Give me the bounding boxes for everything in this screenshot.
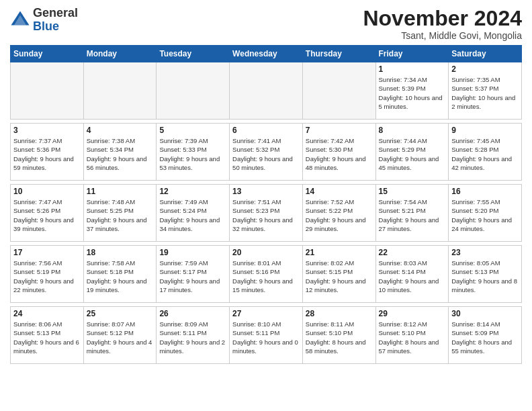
table-row: 24Sunrise: 8:06 AM Sunset: 5:13 PM Dayli… (11, 307, 84, 364)
table-row (83, 62, 157, 120)
logo-text: General Blue (33, 7, 78, 34)
table-row: 6Sunrise: 7:41 AM Sunset: 5:32 PM Daylig… (230, 124, 303, 181)
day-number: 7 (306, 126, 373, 135)
day-number: 21 (306, 248, 373, 257)
day-number: 29 (379, 309, 446, 318)
col-friday: Friday (375, 46, 449, 62)
table-row: 17Sunrise: 7:56 AM Sunset: 5:19 PM Dayli… (11, 246, 84, 303)
day-info: Sunrise: 7:41 AM Sunset: 5:32 PM Dayligh… (232, 136, 300, 172)
day-number: 18 (87, 248, 154, 257)
day-info: Sunrise: 7:47 AM Sunset: 5:26 PM Dayligh… (13, 197, 81, 233)
day-info: Sunrise: 8:07 AM Sunset: 5:12 PM Dayligh… (87, 320, 154, 355)
day-info: Sunrise: 8:10 AM Sunset: 5:11 PM Dayligh… (232, 320, 300, 355)
day-info: Sunrise: 7:49 AM Sunset: 5:24 PM Dayligh… (159, 197, 226, 233)
day-info: Sunrise: 8:06 AM Sunset: 5:13 PM Dayligh… (13, 320, 81, 355)
day-info: Sunrise: 7:51 AM Sunset: 5:23 PM Dayligh… (232, 197, 300, 233)
table-row (230, 62, 303, 120)
day-number: 14 (306, 187, 373, 196)
table-row: 1Sunrise: 7:34 AM Sunset: 5:39 PM Daylig… (375, 62, 449, 120)
table-row: 30Sunrise: 8:14 AM Sunset: 5:09 PM Dayli… (449, 307, 522, 364)
day-number: 3 (13, 126, 81, 135)
table-row: 7Sunrise: 7:42 AM Sunset: 5:30 PM Daylig… (302, 124, 375, 181)
day-number: 13 (232, 187, 300, 196)
day-number: 5 (159, 126, 226, 135)
day-number: 20 (232, 248, 300, 257)
day-info: Sunrise: 7:59 AM Sunset: 5:17 PM Dayligh… (159, 259, 226, 294)
day-number: 11 (87, 187, 154, 196)
col-monday: Monday (83, 46, 157, 62)
day-info: Sunrise: 7:45 AM Sunset: 5:28 PM Dayligh… (451, 136, 519, 172)
day-number: 4 (87, 126, 154, 135)
day-number: 28 (306, 309, 373, 318)
table-row: 23Sunrise: 8:05 AM Sunset: 5:13 PM Dayli… (449, 246, 522, 303)
calendar: Sunday Monday Tuesday Wednesday Thursday… (10, 45, 522, 364)
day-info: Sunrise: 7:35 AM Sunset: 5:37 PM Dayligh… (451, 75, 519, 111)
table-row: 16Sunrise: 7:55 AM Sunset: 5:20 PM Dayli… (449, 185, 522, 242)
day-info: Sunrise: 7:54 AM Sunset: 5:21 PM Dayligh… (379, 197, 446, 233)
col-tuesday: Tuesday (157, 46, 230, 62)
day-number: 17 (13, 248, 81, 257)
location: Tsant, Middle Govi, Mongolia (363, 30, 522, 41)
day-info: Sunrise: 8:01 AM Sunset: 5:16 PM Dayligh… (232, 259, 300, 294)
logo: General Blue (10, 7, 78, 34)
table-row: 26Sunrise: 8:09 AM Sunset: 5:11 PM Dayli… (157, 307, 230, 364)
title-area: November 2024 Tsant, Middle Govi, Mongol… (363, 7, 522, 41)
col-saturday: Saturday (449, 46, 522, 62)
day-info: Sunrise: 8:09 AM Sunset: 5:11 PM Dayligh… (159, 320, 226, 355)
day-info: Sunrise: 7:44 AM Sunset: 5:29 PM Dayligh… (379, 136, 446, 172)
calendar-header-row: Sunday Monday Tuesday Wednesday Thursday… (11, 46, 522, 62)
table-row: 13Sunrise: 7:51 AM Sunset: 5:23 PM Dayli… (230, 185, 303, 242)
day-number: 26 (159, 309, 226, 318)
day-info: Sunrise: 7:56 AM Sunset: 5:19 PM Dayligh… (13, 259, 81, 294)
month-title: November 2024 (363, 7, 522, 30)
logo-icon (10, 10, 30, 30)
day-number: 16 (451, 187, 519, 196)
table-row: 28Sunrise: 8:11 AM Sunset: 5:10 PM Dayli… (302, 307, 375, 364)
day-info: Sunrise: 7:39 AM Sunset: 5:33 PM Dayligh… (159, 136, 226, 172)
day-number: 10 (13, 187, 81, 196)
calendar-week-row: 3Sunrise: 7:37 AM Sunset: 5:36 PM Daylig… (11, 124, 522, 181)
day-info: Sunrise: 7:58 AM Sunset: 5:18 PM Dayligh… (87, 259, 154, 294)
table-row (157, 62, 230, 120)
col-sunday: Sunday (11, 46, 84, 62)
day-number: 15 (379, 187, 446, 196)
day-info: Sunrise: 8:03 AM Sunset: 5:14 PM Dayligh… (379, 259, 446, 294)
table-row: 22Sunrise: 8:03 AM Sunset: 5:14 PM Dayli… (375, 246, 449, 303)
calendar-week-row: 24Sunrise: 8:06 AM Sunset: 5:13 PM Dayli… (11, 307, 522, 364)
table-row: 4Sunrise: 7:38 AM Sunset: 5:34 PM Daylig… (83, 124, 157, 181)
day-info: Sunrise: 7:37 AM Sunset: 5:36 PM Dayligh… (13, 136, 81, 172)
table-row: 19Sunrise: 7:59 AM Sunset: 5:17 PM Dayli… (157, 246, 230, 303)
day-number: 9 (451, 126, 519, 135)
calendar-week-row: 1Sunrise: 7:34 AM Sunset: 5:39 PM Daylig… (11, 62, 522, 120)
table-row: 10Sunrise: 7:47 AM Sunset: 5:26 PM Dayli… (11, 185, 84, 242)
day-number: 30 (451, 309, 519, 318)
table-row (302, 62, 375, 120)
table-row (11, 62, 84, 120)
table-row: 5Sunrise: 7:39 AM Sunset: 5:33 PM Daylig… (157, 124, 230, 181)
table-row: 2Sunrise: 7:35 AM Sunset: 5:37 PM Daylig… (449, 62, 522, 120)
day-number: 27 (232, 309, 300, 318)
table-row: 29Sunrise: 8:12 AM Sunset: 5:10 PM Dayli… (375, 307, 449, 364)
col-thursday: Thursday (302, 46, 375, 62)
table-row: 9Sunrise: 7:45 AM Sunset: 5:28 PM Daylig… (449, 124, 522, 181)
col-wednesday: Wednesday (230, 46, 303, 62)
day-info: Sunrise: 8:12 AM Sunset: 5:10 PM Dayligh… (379, 320, 446, 355)
day-number: 1 (379, 64, 446, 74)
day-info: Sunrise: 8:02 AM Sunset: 5:15 PM Dayligh… (306, 259, 373, 294)
day-info: Sunrise: 7:42 AM Sunset: 5:30 PM Dayligh… (306, 136, 373, 172)
table-row: 21Sunrise: 8:02 AM Sunset: 5:15 PM Dayli… (302, 246, 375, 303)
day-number: 6 (232, 126, 300, 135)
day-info: Sunrise: 7:34 AM Sunset: 5:39 PM Dayligh… (379, 75, 446, 111)
calendar-week-row: 10Sunrise: 7:47 AM Sunset: 5:26 PM Dayli… (11, 185, 522, 242)
day-number: 8 (379, 126, 446, 135)
table-row: 12Sunrise: 7:49 AM Sunset: 5:24 PM Dayli… (157, 185, 230, 242)
day-number: 19 (159, 248, 226, 257)
table-row: 11Sunrise: 7:48 AM Sunset: 5:25 PM Dayli… (83, 185, 157, 242)
day-info: Sunrise: 8:05 AM Sunset: 5:13 PM Dayligh… (451, 259, 519, 294)
table-row: 14Sunrise: 7:52 AM Sunset: 5:22 PM Dayli… (302, 185, 375, 242)
table-row: 27Sunrise: 8:10 AM Sunset: 5:11 PM Dayli… (230, 307, 303, 364)
calendar-week-row: 17Sunrise: 7:56 AM Sunset: 5:19 PM Dayli… (11, 246, 522, 303)
table-row: 3Sunrise: 7:37 AM Sunset: 5:36 PM Daylig… (11, 124, 84, 181)
day-number: 25 (87, 309, 154, 318)
day-number: 23 (451, 248, 519, 257)
